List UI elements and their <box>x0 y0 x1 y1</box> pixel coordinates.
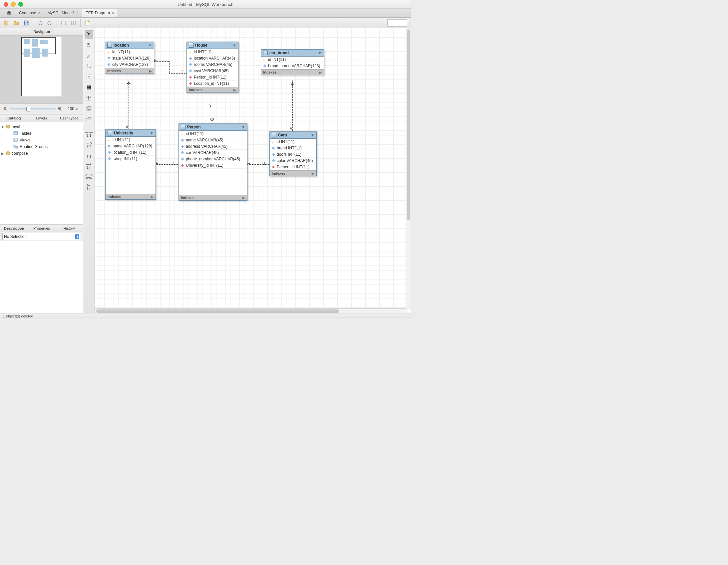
column-row[interactable]: address VARCHAR(45) <box>179 143 247 150</box>
entity-location[interactable]: location ▼ id INT(11)state VARCHAR(128)c… <box>105 42 154 74</box>
column-row[interactable]: Person_id INT(11) <box>270 164 316 170</box>
column-row[interactable]: brand INT(11) <box>270 145 316 151</box>
rel-1-1-i-tool[interactable]: ——1:1 <box>85 151 93 160</box>
tree-views[interactable]: Views <box>1 137 82 143</box>
user-types-tab[interactable]: User Types <box>55 115 83 122</box>
minimap[interactable] <box>0 36 83 104</box>
vertical-scrollbar[interactable] <box>406 28 411 309</box>
column-row[interactable]: University_id INT(11) <box>179 162 247 169</box>
description-pane[interactable] <box>0 241 83 313</box>
home-tab[interactable] <box>2 9 16 17</box>
column-row[interactable]: Location_id INT(11) <box>187 81 238 87</box>
indexes-row[interactable]: Indexes▶ <box>105 68 154 74</box>
close-icon[interactable]: × <box>112 11 114 15</box>
entity-header[interactable]: car_brand ▼ <box>261 50 324 57</box>
undo-button[interactable] <box>36 19 44 27</box>
collapse-icon[interactable]: ▼ <box>148 43 152 47</box>
column-row[interactable]: Person_id INT(11) <box>187 74 238 81</box>
indexes-row[interactable]: Indexes▶ <box>270 170 316 176</box>
pointer-tool[interactable] <box>85 30 93 39</box>
tree-db-mydb[interactable]: ▼ mydb <box>1 124 82 130</box>
collapse-icon[interactable]: ▼ <box>232 43 236 47</box>
snap-grid-button[interactable] <box>70 19 78 27</box>
column-row[interactable]: id INT(11) <box>187 49 238 55</box>
zoom-slider[interactable] <box>10 108 56 110</box>
entity-person[interactable]: Person ▼ id INT(11)name VARCHAR(45)addre… <box>179 124 247 201</box>
diagram-canvas[interactable]: ⊢ ⟨ ⧾ ∧ ∨ ⧾ ⧾ ∧ ⊢ ⟩ ⊢ <box>95 28 411 313</box>
zoom-out-icon[interactable] <box>3 107 8 111</box>
zoom-in-icon[interactable] <box>58 107 62 111</box>
tab-eer-diagram[interactable]: EER Diagram × <box>82 9 118 17</box>
rel-1-n-i-tool[interactable]: —<1:n <box>85 162 93 170</box>
open-file-button[interactable] <box>12 19 20 27</box>
tree-db-compose[interactable]: ▶ compose <box>1 150 82 157</box>
hand-tool[interactable] <box>85 41 93 49</box>
description-tab[interactable]: Description <box>0 225 28 232</box>
search-input[interactable] <box>387 19 407 27</box>
table-tool[interactable] <box>85 94 93 103</box>
entity-header[interactable]: University ▼ <box>106 130 156 137</box>
column-row[interactable]: rooms VARCHAR(45) <box>187 62 238 68</box>
column-row[interactable]: color VARCHAR(45) <box>270 158 316 164</box>
toggle-grid-button[interactable] <box>60 19 68 27</box>
indexes-row[interactable]: Indexes▶ <box>187 87 238 93</box>
column-row[interactable]: state VARCHAR(128) <box>105 55 154 62</box>
history-tab[interactable]: History <box>55 225 83 232</box>
close-icon[interactable]: × <box>76 11 79 15</box>
column-row[interactable]: id INT(11) <box>179 131 247 137</box>
tree-routine-groups[interactable]: Routine Groups <box>1 143 82 150</box>
tab-mysql-model[interactable]: MySQL Model* × <box>44 9 82 17</box>
rel-1-1-ni-tool[interactable]: — —1:1 <box>85 130 93 139</box>
image-tool[interactable] <box>85 83 93 92</box>
entity-university[interactable]: University ▼ id INT(11)name VARCHAR(128)… <box>105 130 156 200</box>
entity-header[interactable]: House ▼ <box>187 42 238 49</box>
properties-tab[interactable]: Properties <box>28 225 56 232</box>
tree-tables[interactable]: Tables <box>1 130 82 137</box>
tab-compose[interactable]: Compose × <box>16 9 44 17</box>
zoom-stepper[interactable]: ▴▾ <box>76 106 80 112</box>
rel-n-m-tool[interactable]: >—<n:m <box>85 172 93 181</box>
entity-header[interactable]: Cars ▼ <box>270 132 316 139</box>
entity-house[interactable]: House ▼ id INT(11)location VARCHAR(45)ro… <box>186 42 238 93</box>
close-icon[interactable]: × <box>38 11 40 15</box>
column-row[interactable]: id INT(11) <box>105 49 154 55</box>
layers-tab[interactable]: Layers <box>28 115 56 122</box>
column-row[interactable]: rating INT(11) <box>106 156 156 162</box>
column-row[interactable]: car VARCHAR(45) <box>179 150 247 156</box>
column-row[interactable]: doors INT(11) <box>270 151 316 158</box>
indexes-row[interactable]: Indexes▶ <box>179 195 247 200</box>
indexes-row[interactable]: Indexes▶ <box>261 69 324 75</box>
rel-existing-tool[interactable]: ✎<1:n <box>85 183 93 192</box>
selection-dropdown[interactable]: No Selection ▴▾ <box>2 233 81 240</box>
column-row[interactable]: id INT(11) <box>261 57 324 63</box>
new-file-button[interactable] <box>2 19 10 27</box>
column-row[interactable]: phone_number VARCHAR(45) <box>179 156 247 162</box>
collapse-icon[interactable]: ▼ <box>311 133 314 137</box>
column-row[interactable]: location VARCHAR(45) <box>187 55 238 62</box>
column-row[interactable]: name VARCHAR(45) <box>179 137 247 143</box>
column-row[interactable]: cost VARCHAR(45) <box>187 68 238 74</box>
horizontal-scrollbar[interactable] <box>95 308 406 313</box>
catalog-tree[interactable]: ▼ mydb Tables Views Routine Groups ▶ com <box>0 122 83 224</box>
column-row[interactable]: id INT(11) <box>106 137 156 143</box>
new-document-button[interactable]: + <box>83 19 91 27</box>
column-row[interactable]: name VARCHAR(128) <box>106 143 156 149</box>
column-row[interactable]: id INT(11) <box>270 139 316 145</box>
column-row[interactable]: city VARCHAR(128) <box>105 62 154 68</box>
collapse-icon[interactable]: ▼ <box>318 51 322 55</box>
layer-tool[interactable] <box>85 62 93 71</box>
redo-button[interactable] <box>46 19 54 27</box>
entity-header[interactable]: Person ▼ <box>179 124 247 131</box>
view-tool[interactable] <box>85 105 93 113</box>
collapse-icon[interactable]: ▼ <box>241 125 245 129</box>
entity-cars[interactable]: Cars ▼ id INT(11)brand INT(11)doors INT(… <box>269 132 317 176</box>
catalog-tab[interactable]: Catalog <box>0 115 28 122</box>
entity-header[interactable]: location ▼ <box>105 42 154 49</box>
save-button[interactable] <box>22 19 30 27</box>
entity-carbrand[interactable]: car_brand ▼ id INT(11)brand_name VARCHAR… <box>261 49 324 75</box>
column-row[interactable]: location_id INT(11) <box>106 149 156 156</box>
rel-1-n-ni-tool[interactable]: — <1:n <box>85 141 93 149</box>
collapse-icon[interactable]: ▼ <box>150 131 154 135</box>
note-tool[interactable]: N <box>85 73 93 81</box>
indexes-row[interactable]: Indexes▶ <box>106 194 156 199</box>
